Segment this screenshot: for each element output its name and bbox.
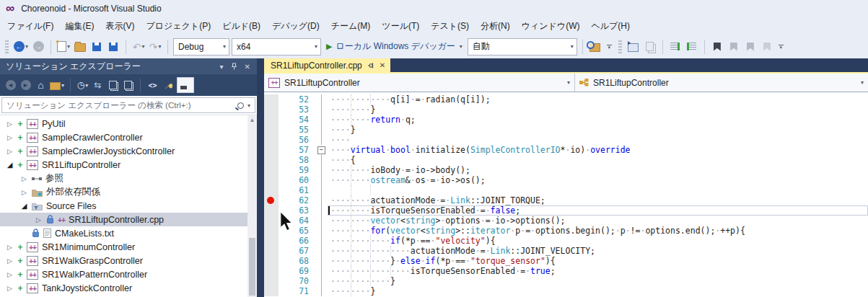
- pin-panel-button[interactable]: [227, 63, 241, 71]
- breakpoint-margin[interactable]: [264, 246, 279, 256]
- menu-item-3[interactable]: プロジェクト(P): [140, 18, 216, 35]
- expander-icon[interactable]: ▷: [20, 175, 28, 182]
- expander-icon[interactable]: ▷: [20, 189, 28, 196]
- tree-item-5[interactable]: ▷外部依存関係: [0, 185, 247, 199]
- breakpoint-margin[interactable]: [264, 175, 279, 185]
- expander-icon[interactable]: ◢: [6, 161, 14, 169]
- tree-item-12[interactable]: ▷+++TankJoystickController: [0, 281, 247, 295]
- outline-margin[interactable]: [316, 165, 328, 175]
- code-line-64[interactable]: 64········vector<string>·options·=·io->o…: [264, 216, 868, 226]
- breakpoint-margin[interactable]: [264, 195, 279, 205]
- tab-sr1liftupcontroller-cpp[interactable]: SR1LiftupController.cpp ✕: [264, 58, 390, 72]
- menu-item-9[interactable]: 分析(N): [475, 18, 516, 35]
- attach-to-process-button[interactable]: [588, 39, 602, 55]
- solution-explorer-header[interactable]: ソリューション エクスプローラー ▾ ✕: [0, 58, 257, 74]
- code-text[interactable]: ········actuationMode·=·Link::JOINT_TORQ…: [328, 195, 868, 205]
- start-debugging-button[interactable]: ▶ローカル Windows デバッガー▾: [323, 39, 465, 55]
- outline-margin[interactable]: [316, 266, 328, 276]
- pending-changes-filter-button[interactable]: ◷▾: [76, 78, 89, 92]
- code-text[interactable]: ········ioBody·=·io->body();: [328, 165, 868, 175]
- redo-button[interactable]: ↷▾: [148, 39, 162, 55]
- outline-margin[interactable]: [316, 94, 328, 105]
- menu-item-2[interactable]: 表示(V): [100, 18, 140, 35]
- outline-margin[interactable]: [316, 216, 328, 226]
- code-text[interactable]: ····{: [328, 155, 868, 165]
- scroll-up-icon[interactable]: ▲: [247, 117, 257, 123]
- forward-button[interactable]: ►: [19, 78, 32, 92]
- code-line-61[interactable]: 61: [264, 185, 868, 195]
- menu-item-4[interactable]: ビルド(B): [216, 18, 266, 35]
- code-line-70[interactable]: 70············}: [264, 276, 868, 286]
- tree-item-8[interactable]: CMakeLists.txt: [0, 226, 247, 240]
- expander-icon[interactable]: ▷: [6, 285, 14, 292]
- pin-tab-icon[interactable]: [367, 62, 374, 69]
- outline-margin[interactable]: [316, 226, 328, 236]
- outline-margin[interactable]: [316, 246, 328, 256]
- toggle-bookmark-button[interactable]: [710, 39, 724, 55]
- tree-item-10[interactable]: ▷+++SR1WalkGraspController: [0, 254, 247, 267]
- indent-button[interactable]: [685, 39, 699, 55]
- outline-margin[interactable]: [316, 135, 328, 145]
- code-text[interactable]: ····}: [328, 125, 868, 135]
- expander-icon[interactable]: ▷: [6, 271, 14, 278]
- code-text[interactable]: ············}·else·if(*p·==·"torque_sens…: [328, 256, 868, 266]
- expander-icon[interactable]: ◢: [20, 202, 28, 210]
- toolbar-grip[interactable]: [5, 40, 9, 53]
- types-dropdown[interactable]: ++ SR1LiftupController ▾: [264, 74, 575, 92]
- code-line-60[interactable]: 60········ostream&·os·=·io->os();: [264, 175, 868, 185]
- menu-item-1[interactable]: 編集(E): [59, 18, 100, 35]
- unindent-button[interactable]: [668, 39, 683, 55]
- code-text[interactable]: ················actuationMode·=·Link::JO…: [328, 246, 868, 256]
- code-text[interactable]: ········}: [328, 105, 868, 115]
- code-line-53[interactable]: 53········}: [264, 105, 868, 115]
- menu-item-0[interactable]: ファイル(F): [1, 18, 59, 35]
- code-line-63[interactable]: 63········isTorqueSensorEnabled·=·false;: [264, 205, 868, 216]
- breakpoint-margin[interactable]: [264, 125, 279, 135]
- collapse-all-button[interactable]: [122, 78, 134, 92]
- menu-item-8[interactable]: テスト(S): [425, 18, 475, 35]
- code-text[interactable]: ····virtual·bool·initialize(SimpleContro…: [328, 145, 868, 155]
- expander-icon[interactable]: ▷: [6, 244, 14, 251]
- breakpoint-margin[interactable]: [264, 185, 279, 195]
- new-project-button[interactable]: ✦▾: [56, 39, 71, 55]
- clear-bookmarks-button[interactable]: [760, 39, 774, 55]
- code-line-58[interactable]: 58····{: [264, 155, 868, 165]
- tree-item-7[interactable]: ▷++SR1LiftupController.cpp: [0, 213, 247, 226]
- menu-item-10[interactable]: ウィンドウ(W): [516, 18, 586, 35]
- save-all-button[interactable]: [106, 39, 120, 55]
- code-text[interactable]: ············}: [328, 276, 868, 286]
- code-line-71[interactable]: 71········}: [264, 286, 868, 296]
- breakpoint-margin[interactable]: [264, 105, 279, 115]
- outline-margin[interactable]: −: [316, 145, 328, 155]
- code-line-66[interactable]: 66············if(*p·==·"velocity"){: [264, 236, 868, 246]
- home-button[interactable]: ⌂: [35, 78, 47, 92]
- tree-item-0[interactable]: ▷+++PyUtil: [0, 117, 247, 130]
- tree-item-3[interactable]: ◢+++SR1LiftupController: [0, 158, 247, 172]
- toolbar-overflow-button-2[interactable]: ▾: [779, 45, 784, 49]
- close-tab-icon[interactable]: ✕: [380, 61, 385, 69]
- menu-item-6[interactable]: チーム(M): [325, 18, 377, 35]
- copy-button[interactable]: [643, 39, 657, 55]
- solution-search-input[interactable]: ソリューション エクスプローラー の検索 (Ctrl+:) ▾: [1, 97, 255, 113]
- expander-icon[interactable]: ▷: [6, 134, 14, 141]
- expander-icon[interactable]: ▷: [35, 216, 43, 223]
- breakpoint-margin[interactable]: [264, 155, 279, 165]
- view-code-button[interactable]: <>: [146, 78, 159, 92]
- code-text[interactable]: ········return·q;: [328, 115, 868, 125]
- breakpoint-margin[interactable]: [264, 256, 279, 266]
- platform-combo[interactable]: x64▾: [232, 38, 321, 56]
- breakpoint-margin[interactable]: [264, 216, 279, 226]
- back-button[interactable]: ◄: [4, 78, 17, 92]
- show-all-files-button[interactable]: [107, 78, 119, 92]
- tree-scrollbar[interactable]: ▲: [247, 115, 257, 297]
- close-panel-button[interactable]: ✕: [241, 63, 254, 71]
- code-line-57[interactable]: 57−····virtual·bool·initialize(SimpleCon…: [264, 145, 868, 155]
- panel-splitter[interactable]: [257, 58, 264, 297]
- breakpoint-margin[interactable]: [264, 286, 279, 296]
- outline-margin[interactable]: [316, 256, 328, 266]
- code-line-67[interactable]: 67················actuationMode·=·Link::…: [264, 246, 868, 256]
- outline-margin[interactable]: [316, 195, 328, 205]
- outline-margin[interactable]: [316, 175, 328, 185]
- menu-item-7[interactable]: ツール(T): [376, 18, 425, 35]
- code-text[interactable]: ········ostream&·os·=·io->os();: [328, 175, 868, 185]
